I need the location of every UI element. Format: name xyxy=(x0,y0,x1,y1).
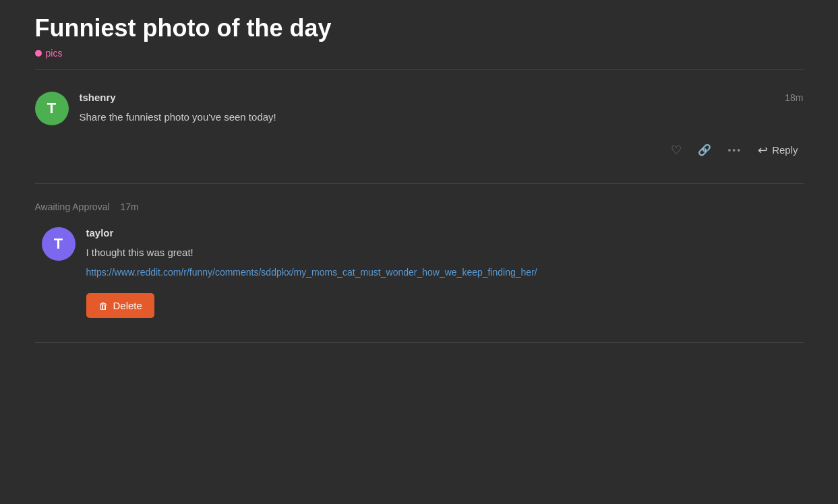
delete-button[interactable]: Delete xyxy=(86,293,154,318)
reply-post: T taylor I thought this was great! https… xyxy=(42,216,804,329)
category-dot xyxy=(35,50,42,57)
first-post: T tshenry 18m Share the funniest photo y… xyxy=(35,81,804,172)
header-divider xyxy=(35,69,804,70)
avatar-letter: T xyxy=(54,235,63,253)
reply-icon xyxy=(758,143,768,158)
more-icon xyxy=(727,144,742,156)
page-container: Funniest photo of the day pics T tshenry… xyxy=(15,0,824,356)
avatar-letter: T xyxy=(47,100,56,117)
reply-label: Reply xyxy=(772,144,798,156)
reply-button[interactable]: Reply xyxy=(752,139,803,162)
link-icon xyxy=(698,144,711,156)
post-header: taylor xyxy=(86,227,804,239)
post-time: 18m xyxy=(785,92,803,103)
avatar: T xyxy=(42,227,76,261)
post-content: taylor I thought this was great! https:/… xyxy=(86,227,804,319)
link-button[interactable] xyxy=(692,139,717,160)
post-username: tshenry xyxy=(80,92,116,103)
post-body: I thought this was great! https://www.re… xyxy=(86,245,804,280)
like-button[interactable] xyxy=(665,139,687,162)
post-divider xyxy=(35,183,804,184)
post-username: taylor xyxy=(86,227,114,239)
bottom-divider xyxy=(35,342,804,343)
more-button[interactable] xyxy=(722,140,747,160)
topic-title: Funniest photo of the day xyxy=(35,13,804,42)
post-body: Share the funniest photo you've seen tod… xyxy=(80,110,804,125)
topic-category: pics xyxy=(35,48,804,59)
topic-header: Funniest photo of the day pics xyxy=(35,13,804,59)
heart-icon xyxy=(671,143,682,158)
awaiting-approval-label: Awaiting Approval xyxy=(35,201,110,212)
post-actions: Reply xyxy=(80,139,804,162)
moderation-bar: Awaiting Approval 17m xyxy=(35,195,804,216)
post-link[interactable]: https://www.reddit.com/r/funny/comments/… xyxy=(86,265,804,280)
delete-label: Delete xyxy=(113,300,142,311)
post-content: tshenry 18m Share the funniest photo you… xyxy=(80,92,804,162)
trash-icon xyxy=(98,300,108,311)
post-header: tshenry 18m xyxy=(80,92,804,103)
post-text: I thought this was great! xyxy=(86,247,193,258)
mod-time: 17m xyxy=(121,201,139,212)
category-label: pics xyxy=(46,48,63,59)
avatar: T xyxy=(35,92,69,125)
